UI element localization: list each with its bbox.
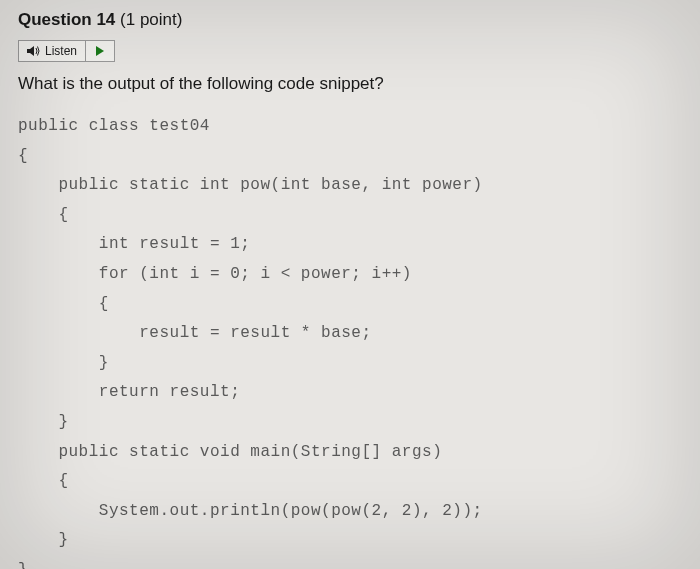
- code-line: }: [18, 413, 69, 431]
- code-line: }: [18, 531, 69, 549]
- code-line: int result = 1;: [18, 235, 250, 253]
- question-prompt: What is the output of the following code…: [18, 74, 682, 94]
- code-line: System.out.println(pow(pow(2, 2), 2));: [18, 502, 483, 520]
- question-points: (1 point): [120, 10, 182, 29]
- code-line: {: [18, 472, 69, 490]
- code-snippet: public class test04 { public static int …: [18, 112, 682, 569]
- code-line: public static void main(String[] args): [18, 443, 442, 461]
- question-header: Question 14 (1 point): [18, 10, 682, 30]
- listen-toolbar: Listen: [18, 40, 115, 62]
- question-number: Question 14: [18, 10, 115, 29]
- listen-button[interactable]: Listen: [19, 41, 86, 61]
- play-button[interactable]: [86, 41, 114, 61]
- code-line: }: [18, 561, 28, 569]
- code-line: }: [18, 354, 109, 372]
- code-line: public class test04: [18, 117, 210, 135]
- code-line: result = result * base;: [18, 324, 372, 342]
- code-line: public static int pow(int base, int powe…: [18, 176, 483, 194]
- code-line: {: [18, 295, 109, 313]
- listen-label: Listen: [45, 44, 77, 58]
- play-icon: [96, 46, 104, 56]
- code-line: for (int i = 0; i < power; i++): [18, 265, 412, 283]
- code-line: return result;: [18, 383, 240, 401]
- code-line: {: [18, 206, 69, 224]
- code-line: {: [18, 147, 28, 165]
- speaker-icon: [27, 45, 41, 57]
